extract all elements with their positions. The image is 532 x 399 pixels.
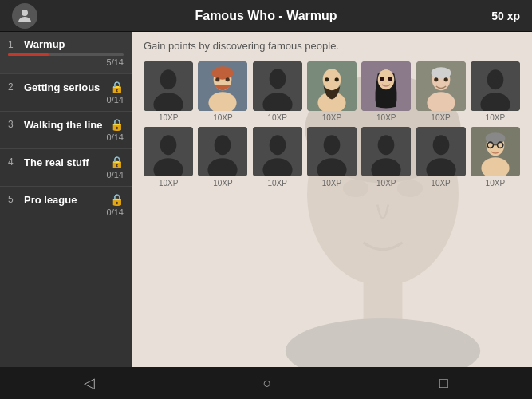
card-4[interactable]: 10XP [361, 61, 411, 122]
sidebar-item-getting-serious[interactable]: 2 Getting serious 🔒 0/14 [0, 74, 132, 111]
svg-point-48 [324, 135, 341, 155]
svg-point-4 [286, 318, 480, 367]
svg-point-39 [160, 135, 177, 155]
sidebar-num-2: 2 [8, 81, 19, 93]
card-portrait-11 [361, 127, 411, 176]
card-5[interactable]: 10XP [416, 61, 465, 122]
card-6[interactable]: 10XP [471, 61, 520, 122]
sidebar-score-walking-the-line: 0/14 [8, 132, 124, 142]
card-portrait-3 [307, 61, 357, 111]
nav-bar: ◁ ○ □ [0, 367, 532, 399]
card-xp-10: 10XP [322, 179, 341, 188]
progress-fill-warmup [8, 53, 49, 56]
lock-icon-the-real-stuff: 🔒 [110, 156, 124, 168]
card-portrait-8 [198, 127, 247, 176]
svg-point-28 [388, 77, 392, 81]
svg-point-33 [434, 77, 438, 81]
card-0[interactable]: 10XP [144, 61, 193, 122]
card-portrait-12 [416, 127, 466, 176]
card-7[interactable]: 10XP [144, 127, 193, 188]
card-portrait-6 [471, 61, 520, 111]
card-xp-5: 10XP [431, 113, 450, 122]
svg-point-32 [431, 67, 451, 78]
sidebar-label-walking-the-line: Walking the line [24, 119, 102, 131]
lock-icon-getting-serious: 🔒 [110, 81, 124, 93]
content-inner: Gain points by discovering famous people… [132, 32, 532, 196]
svg-rect-3 [364, 275, 403, 324]
card-xp-6: 10XP [486, 113, 505, 122]
sidebar-label-getting-serious: Getting serious [24, 81, 100, 93]
page-title: Famous Who - Warmup [195, 9, 337, 23]
app-header: Famous Who - Warmup 50 xp [0, 0, 532, 32]
svg-point-45 [269, 135, 286, 155]
xp-display: 50 xp [491, 10, 520, 22]
avatar[interactable] [12, 3, 37, 29]
card-xp-7: 10XP [159, 179, 178, 188]
lock-icon-pro-league: 🔒 [110, 193, 124, 206]
progress-bar-warmup [8, 53, 124, 56]
card-2[interactable]: 10XP [253, 61, 302, 122]
content-area: Gain points by discovering famous people… [132, 32, 532, 367]
svg-point-22 [325, 77, 329, 81]
sidebar-label-the-real-stuff: The real stuff [24, 156, 89, 168]
sidebar-score-pro-league: 0/14 [8, 207, 124, 217]
card-xp-11: 10XP [376, 179, 396, 188]
sidebar-num-5: 5 [8, 194, 19, 205]
svg-point-54 [432, 135, 449, 155]
svg-point-8 [160, 69, 177, 89]
card-9[interactable]: 10XP [253, 127, 302, 188]
card-8[interactable]: 10XP [198, 127, 247, 188]
svg-point-51 [378, 135, 395, 155]
cards-grid: 10XP10XP10XP10XP10XP10XP10XP10XP10XP10XP… [144, 61, 520, 188]
svg-point-34 [443, 77, 447, 81]
sidebar-label-pro-league: Pro league [24, 194, 77, 206]
sidebar-score-getting-serious: 0/14 [8, 95, 124, 105]
card-11[interactable]: 10XP [361, 127, 411, 188]
sidebar-item-warmup[interactable]: 1 Warmup 5/14 [0, 32, 132, 73]
card-portrait-2 [253, 61, 302, 111]
card-portrait-10 [307, 127, 357, 176]
content-subtitle: Gain points by discovering famous people… [144, 40, 520, 52]
card-3[interactable]: 10XP [307, 61, 357, 122]
main-layout: 1 Warmup 5/14 2 Getting serious 🔒 0/14 [0, 32, 532, 367]
svg-point-36 [487, 69, 504, 89]
card-xp-3: 10XP [322, 113, 341, 122]
card-portrait-9 [253, 127, 302, 176]
card-xp-13: 10XP [486, 179, 505, 188]
card-12[interactable]: 10XP [416, 127, 465, 188]
sidebar-num-3: 3 [8, 119, 19, 130]
card-xp-2: 10XP [267, 113, 286, 122]
card-xp-4: 10XP [376, 113, 396, 122]
card-1[interactable]: 10XP [198, 61, 247, 122]
sidebar-label-warmup: Warmup [24, 38, 65, 50]
card-xp-0: 10XP [159, 113, 178, 122]
sidebar-num-1: 1 [8, 39, 19, 50]
recent-button[interactable]: □ [424, 369, 464, 398]
card-portrait-7 [144, 127, 193, 176]
sidebar-score-the-real-stuff: 0/14 [8, 170, 124, 180]
back-button[interactable]: ◁ [68, 368, 111, 398]
svg-point-27 [380, 77, 384, 81]
card-portrait-5 [416, 61, 466, 111]
card-portrait-1 [198, 61, 247, 111]
sidebar-item-the-real-stuff[interactable]: 4 The real stuff 🔒 0/14 [0, 149, 132, 186]
sidebar-item-pro-league[interactable]: 5 Pro league 🔒 0/14 [0, 187, 132, 223]
card-xp-1: 10XP [213, 113, 232, 122]
card-xp-8: 10XP [213, 179, 232, 188]
card-13[interactable]: 10XP [471, 127, 520, 188]
home-button[interactable]: ○ [247, 369, 288, 398]
svg-point-15 [226, 77, 230, 81]
card-portrait-4 [361, 61, 411, 111]
sidebar: 1 Warmup 5/14 2 Getting serious 🔒 0/14 [0, 32, 132, 367]
svg-point-0 [22, 10, 28, 16]
svg-point-23 [335, 77, 339, 81]
sidebar-num-4: 4 [8, 156, 19, 168]
sidebar-item-walking-the-line[interactable]: 3 Walking the line 🔒 0/14 [0, 112, 132, 148]
svg-point-14 [216, 77, 220, 81]
card-xp-9: 10XP [267, 179, 286, 188]
card-xp-12: 10XP [431, 179, 450, 188]
svg-point-13 [212, 66, 234, 80]
sidebar-score-warmup: 5/14 [8, 57, 124, 67]
card-10[interactable]: 10XP [307, 127, 357, 188]
card-portrait-13 [471, 127, 520, 176]
